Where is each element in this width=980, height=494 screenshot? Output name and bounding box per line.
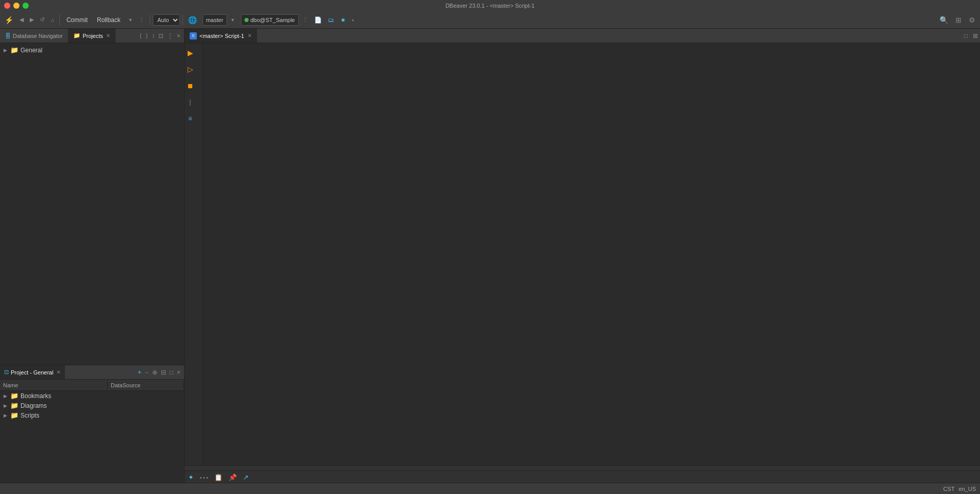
bottom-panel-tabs: ⊡ Project - General ✕ + − ⊕ ⊟ □ × <box>0 365 184 380</box>
transaction-menu-button[interactable]: ▼ <box>126 13 135 27</box>
bottom-paste-icon[interactable]: 📌 <box>227 472 238 482</box>
object-browser-button[interactable]: 🗂 <box>325 13 337 27</box>
name-column-header: Name <box>0 381 108 389</box>
nav-filter-button[interactable]: ⊡ <box>157 31 165 41</box>
editor-scrollbar[interactable] <box>975 43 980 465</box>
script-top-area: ▶ ▷ ⏹ | ≡ <box>185 43 980 465</box>
project-tree-content: ▶ 📁 Bookmarks ▶ 📁 Diagrams ▶ 📁 Scripts <box>0 391 184 483</box>
minimize-button[interactable] <box>13 3 19 9</box>
main-toolbar: ⚡ ◀ ▶ ↺ ⌂ Commit Rollback ▼ ⋮ Auto 🌐 mas… <box>0 11 980 29</box>
project-general-tab-close[interactable]: ✕ <box>56 369 60 375</box>
commit-button[interactable]: Commit <box>63 13 92 27</box>
script-tab-close[interactable]: ✕ <box>248 33 252 38</box>
window-layout-button[interactable]: ⊞ <box>953 13 964 27</box>
title-bar: DBeaver 23.0.1 - <master> Script-1 <box>0 0 980 11</box>
db-icon: 🗄 <box>5 33 11 39</box>
bookmarks-item[interactable]: ▶ 📁 Bookmarks <box>0 391 184 401</box>
locale-status: CST <box>943 486 954 492</box>
run-script-alt-button[interactable]: ▷ <box>185 63 196 76</box>
status-bar-right: CST en_US <box>943 486 976 492</box>
toolbar-refresh-button[interactable]: ↺ <box>37 13 47 27</box>
database-menu-button[interactable]: ⋮ <box>300 13 311 27</box>
refresh-icon: ↺ <box>40 16 45 23</box>
sql-editor[interactable] <box>203 43 975 465</box>
projects-icon: 📁 <box>73 32 80 39</box>
bookmarks-expand-icon[interactable]: ▶ <box>2 393 8 399</box>
bottom-export-icon[interactable]: ↗ <box>241 472 250 482</box>
preferences-button[interactable]: ⚙ <box>966 13 978 27</box>
window-title: DBeaver 23.0.1 - <master> Script-1 <box>445 3 535 9</box>
toolbar-extra-button[interactable]: ★ <box>338 13 349 27</box>
nav-settings-button[interactable]: ⋮ <box>166 31 175 41</box>
maximize-button[interactable] <box>23 3 29 9</box>
separator-1 <box>59 15 60 25</box>
bottom-copy-icon[interactable]: 📋 <box>213 472 224 482</box>
horizontal-scrollbar[interactable] <box>185 465 980 470</box>
stop-script-button[interactable]: ⏹ <box>185 79 196 92</box>
new-connection-button[interactable]: ⚡ <box>2 13 16 27</box>
connection-type-button[interactable]: 🌐 <box>186 13 199 27</box>
auto-commit-select[interactable]: Auto <box>153 14 180 26</box>
nav-expand-button[interactable]: ⟩ <box>144 31 150 41</box>
bottom-link-button[interactable]: ⊕ <box>151 368 159 377</box>
script-editor-tab[interactable]: S <master> Script-1 ✕ <box>185 29 257 43</box>
projects-tab-close[interactable]: ✕ <box>106 33 110 38</box>
explain-plan-button[interactable]: | <box>187 95 193 109</box>
database-navigator-tab[interactable]: 🗄 Database Navigator <box>0 29 68 43</box>
editor-bottom-toolbar: ✦ • • • 📋 📌 ↗ <box>185 470 980 483</box>
nav-close-button[interactable]: × <box>175 31 182 41</box>
editor-maximize-button[interactable]: □ <box>961 29 971 43</box>
browser-icon: 🗂 <box>328 16 334 24</box>
toolbar-home-button[interactable]: ⌂ <box>48 13 57 27</box>
scripts-folder-icon: 📁 <box>10 411 18 419</box>
bottom-close-button[interactable]: × <box>175 368 182 377</box>
database-label: dbo@ST_Sample <box>251 17 295 23</box>
bottom-add-button[interactable]: + <box>136 368 143 377</box>
project-general-tab[interactable]: ⊡ Project - General ✕ <box>0 365 65 379</box>
search-button[interactable]: 🔍 <box>937 13 951 27</box>
transaction-settings-button[interactable]: ⋮ <box>136 13 147 27</box>
chevron-down-icon-2: ▼ <box>231 17 235 23</box>
diagrams-item[interactable]: ▶ 📁 Diagrams <box>0 401 184 410</box>
nav-sync-button[interactable]: ↕ <box>150 31 156 41</box>
scripts-item[interactable]: ▶ 📁 Scripts <box>0 410 184 420</box>
tree-expand-icon[interactable]: ▶ <box>2 47 8 53</box>
encoding-status: en_US <box>958 486 976 492</box>
rollback-button[interactable]: Rollback <box>93 13 125 27</box>
script-format-button[interactable]: ≡ <box>186 112 194 125</box>
more-button[interactable]: • <box>350 13 357 27</box>
toolbar-right-area: 🔍 ⊞ ⚙ <box>937 13 978 27</box>
sql-tab-icon: S <box>190 32 197 39</box>
connection-menu-button[interactable]: ▼ <box>228 13 238 27</box>
stop-icon: ⏹ <box>187 82 194 90</box>
bottom-dots-icon[interactable]: • • • <box>198 472 210 482</box>
scripts-expand-icon[interactable]: ▶ <box>2 412 8 419</box>
gear-settings-icon: ⚙ <box>969 16 975 24</box>
dots-icon: ⋮ <box>302 16 308 23</box>
back-icon: ◀ <box>19 16 24 23</box>
bottom-collapse-button[interactable]: ⊟ <box>159 368 168 377</box>
diagrams-expand-icon[interactable]: ▶ <box>2 403 8 409</box>
script-left-sidebar: ▶ ▷ ⏹ | ≡ <box>185 43 196 465</box>
bottom-minus-button[interactable]: − <box>144 368 150 377</box>
toolbar-back-button[interactable]: ◀ <box>17 13 26 27</box>
datasource-column-header: DataSource <box>108 381 184 389</box>
home-icon: ⌂ <box>51 17 54 23</box>
folder-icon: 📁 <box>10 46 18 54</box>
forward-icon: ▶ <box>30 16 34 23</box>
projects-tab[interactable]: 📁 Projects ✕ <box>68 29 116 43</box>
separator-2 <box>150 15 150 25</box>
bottom-expand-button[interactable]: □ <box>168 368 175 377</box>
search-icon: 🔍 <box>940 16 948 24</box>
close-button[interactable] <box>4 3 10 9</box>
plug-icon: ⚡ <box>5 16 13 24</box>
ellipsis-icon: • <box>352 17 354 23</box>
editor-restore-button[interactable]: ⊠ <box>971 29 980 43</box>
editor-line-numbers <box>196 43 203 465</box>
sql-editor-button[interactable]: 📄 <box>312 13 324 27</box>
run-script-button[interactable]: ▶ <box>185 46 196 60</box>
tree-item-general[interactable]: ▶ 📁 General <box>0 45 184 55</box>
toolbar-forward-button[interactable]: ▶ <box>27 13 36 27</box>
nav-collapse-button[interactable]: ⟨ <box>138 31 144 41</box>
bottom-run-icon[interactable]: ✦ <box>187 472 195 482</box>
